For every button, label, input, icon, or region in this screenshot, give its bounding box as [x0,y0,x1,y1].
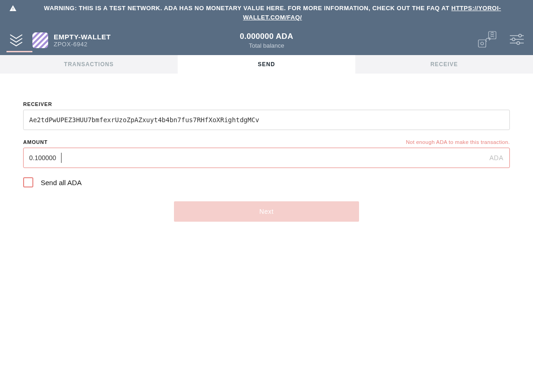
svg-point-8 [517,42,520,44]
balance-label: Total balance [240,42,293,49]
svg-point-6 [512,38,515,41]
svg-rect-1 [478,40,486,47]
wallet-id: ZPOX-6942 [54,41,111,48]
receiver-label: RECEIVER [23,101,52,107]
svg-point-4 [519,34,521,37]
tab-receive[interactable]: RECEIVE [355,55,533,74]
next-button[interactable]: Next [174,201,359,222]
tabs: TRANSACTIONS SEND RECEIVE [0,55,533,74]
warning-text: WARNING: THIS IS A TEST NETWORK. ADA HAS… [21,4,524,22]
send-form: RECEIVER AMOUNT Not enough ADA to make t… [9,92,524,236]
settings-icon[interactable] [510,34,524,47]
svg-point-2 [481,42,483,45]
balance-block: 0.000000 ADA Total balance [240,32,293,49]
balance-amount: 0.000000 ADA [240,32,293,41]
transfer-icon[interactable] [477,31,497,50]
amount-currency-suffix: ADA [490,154,503,162]
text-caret [61,153,62,163]
receiver-input[interactable] [23,110,510,130]
amount-input[interactable] [23,148,510,168]
logo[interactable] [0,33,32,48]
tab-transactions[interactable]: TRANSACTIONS [0,55,178,74]
wallet-info[interactable]: EMPTY-WALLET ZPOX-6942 [32,32,111,48]
warning-banner: WARNING: THIS IS A TEST NETWORK. ADA HAS… [0,0,533,25]
amount-label: AMOUNT [23,139,48,145]
tab-send[interactable]: SEND [178,55,355,74]
app-header: EMPTY-WALLET ZPOX-6942 0.000000 ADA Tota… [0,25,533,55]
send-all-checkbox[interactable] [23,177,33,187]
warning-icon [9,5,17,15]
wallet-avatar [32,32,48,48]
amount-error: Not enough ADA to make this transaction. [406,139,510,145]
send-all-label: Send all ADA [41,179,81,187]
wallet-name: EMPTY-WALLET [54,33,111,41]
